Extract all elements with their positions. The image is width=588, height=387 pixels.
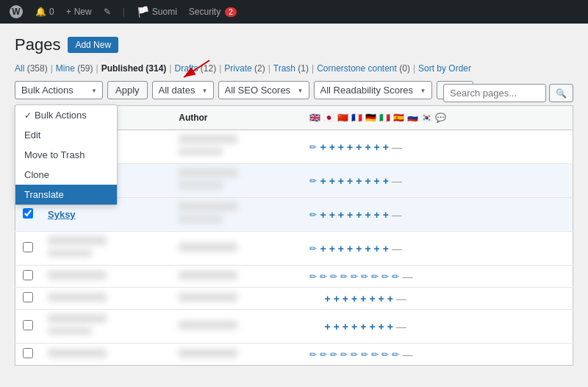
plus-action[interactable]: +: [347, 243, 353, 255]
subnav-drafts-link[interactable]: Drafts: [174, 63, 198, 74]
pencil-action[interactable]: ✏: [351, 349, 358, 360]
plus-action[interactable]: +: [365, 141, 370, 153]
pencil-action[interactable]: ✏: [381, 271, 389, 282]
pencil-action[interactable]: ✏: [320, 349, 327, 360]
plus-action[interactable]: +: [374, 141, 380, 153]
plus-action[interactable]: +: [374, 175, 380, 187]
dash-action[interactable]: —: [396, 321, 406, 333]
site-item[interactable]: 🏳️ Suomi: [137, 6, 177, 18]
dash-action[interactable]: —: [396, 293, 406, 305]
seo-select-wrap[interactable]: All SEO Scores: [218, 81, 309, 99]
plus-action[interactable]: +: [320, 141, 326, 153]
page-link[interactable]: Syksy: [48, 209, 76, 220]
plus-action[interactable]: +: [356, 209, 362, 221]
subnav-drafts[interactable]: Drafts (12): [174, 63, 216, 74]
plus-action[interactable]: +: [351, 321, 357, 333]
pencil-action[interactable]: ✏: [330, 349, 337, 360]
plus-action[interactable]: +: [379, 321, 384, 333]
plus-action[interactable]: +: [320, 175, 326, 187]
bulk-actions-select[interactable]: Bulk Actions Edit Move to Trash Clone Tr…: [15, 81, 103, 99]
subnav-published[interactable]: Published (314): [101, 63, 167, 74]
edit-item[interactable]: ✎: [104, 7, 111, 17]
security-item[interactable]: Security 2: [189, 7, 237, 17]
plus-action[interactable]: +: [351, 293, 357, 305]
subnav-private-link[interactable]: Private: [224, 63, 251, 74]
plus-action[interactable]: +: [347, 175, 353, 187]
plus-action[interactable]: +: [329, 175, 335, 187]
dropdown-item-edit[interactable]: Edit: [15, 125, 117, 145]
plus-action[interactable]: +: [324, 293, 330, 305]
dash-action[interactable]: —: [392, 243, 402, 255]
wp-logo-item[interactable]: W: [9, 4, 24, 19]
plus-action[interactable]: +: [329, 243, 335, 255]
row-checkbox[interactable]: [23, 208, 33, 219]
plus-action[interactable]: +: [347, 209, 353, 221]
subnav-all-link[interactable]: All: [15, 63, 24, 74]
pencil-action[interactable]: ✏: [320, 271, 327, 282]
subnav-cornerstone[interactable]: Cornerstone content (0): [317, 63, 410, 74]
apply-button[interactable]: Apply: [107, 81, 148, 99]
plus-action[interactable]: +: [374, 243, 380, 255]
subnav-mine[interactable]: Mine (59): [56, 63, 93, 74]
pencil-action[interactable]: ✏: [340, 349, 348, 360]
plus-action[interactable]: +: [338, 243, 344, 255]
pencil-action[interactable]: ✏: [361, 271, 368, 282]
row-checkbox[interactable]: [23, 242, 33, 252]
date-select[interactable]: All dates: [152, 81, 214, 99]
plus-action[interactable]: +: [365, 243, 370, 255]
plus-action[interactable]: +: [387, 293, 393, 305]
dash-action[interactable]: —: [392, 141, 402, 153]
plus-action[interactable]: +: [365, 175, 370, 187]
pencil-action[interactable]: ✏: [361, 349, 368, 360]
add-new-item[interactable]: + New: [66, 7, 92, 17]
notifications-item[interactable]: 🔔 0: [35, 7, 54, 17]
pencil-action[interactable]: ✏: [371, 349, 379, 360]
pencil-action[interactable]: ✏: [309, 349, 317, 360]
subnav-all[interactable]: All (358): [15, 63, 48, 74]
pencil-action[interactable]: ✏: [309, 244, 317, 254]
pencil-action[interactable]: ✏: [309, 142, 317, 152]
pencil-action[interactable]: ✏: [330, 271, 337, 282]
subnav-private[interactable]: Private (2): [224, 63, 265, 74]
plus-action[interactable]: +: [383, 175, 389, 187]
pencil-action[interactable]: ✏: [351, 271, 358, 282]
plus-action[interactable]: +: [369, 293, 375, 305]
plus-action[interactable]: +: [365, 209, 370, 221]
plus-action[interactable]: +: [356, 243, 362, 255]
readability-select-wrap[interactable]: All Readability Scores: [314, 81, 432, 99]
dropdown-item-trash[interactable]: Move to Trash: [15, 145, 117, 165]
pencil-action[interactable]: ✏: [309, 271, 317, 282]
pencil-action[interactable]: ✏: [381, 349, 389, 360]
plus-action[interactable]: +: [356, 175, 362, 187]
plus-action[interactable]: +: [356, 141, 362, 153]
dash-action[interactable]: —: [392, 209, 402, 221]
plus-action[interactable]: +: [360, 321, 366, 333]
plus-action[interactable]: +: [338, 175, 344, 187]
seo-select[interactable]: All SEO Scores: [218, 81, 309, 99]
pencil-action[interactable]: ✏: [309, 176, 317, 186]
dropdown-item-clone[interactable]: Clone: [15, 165, 117, 185]
plus-action[interactable]: +: [329, 141, 335, 153]
search-input[interactable]: [443, 84, 546, 102]
dash-action[interactable]: —: [402, 271, 412, 283]
plus-action[interactable]: +: [334, 321, 340, 333]
subnav-cornerstone-link[interactable]: Cornerstone content: [317, 63, 397, 74]
subnav-published-link[interactable]: Published (314): [101, 63, 167, 74]
subnav-mine-link[interactable]: Mine: [56, 63, 75, 74]
plus-action[interactable]: +: [334, 293, 340, 305]
dropdown-item-translate[interactable]: Translate: [15, 185, 117, 205]
plus-action[interactable]: +: [360, 293, 366, 305]
plus-action[interactable]: +: [383, 209, 389, 221]
plus-action[interactable]: +: [369, 321, 375, 333]
dash-action[interactable]: —: [402, 349, 412, 361]
subnav-trash[interactable]: Trash (1): [273, 63, 309, 74]
pencil-action[interactable]: ✏: [309, 210, 317, 220]
search-button[interactable]: 🔍: [549, 84, 573, 102]
pencil-action[interactable]: ✏: [392, 349, 399, 360]
plus-action[interactable]: +: [379, 293, 384, 305]
plus-action[interactable]: +: [329, 209, 335, 221]
plus-action[interactable]: +: [324, 321, 330, 333]
pencil-action[interactable]: ✏: [340, 271, 348, 282]
plus-action[interactable]: +: [374, 209, 380, 221]
plus-action[interactable]: +: [320, 209, 326, 221]
